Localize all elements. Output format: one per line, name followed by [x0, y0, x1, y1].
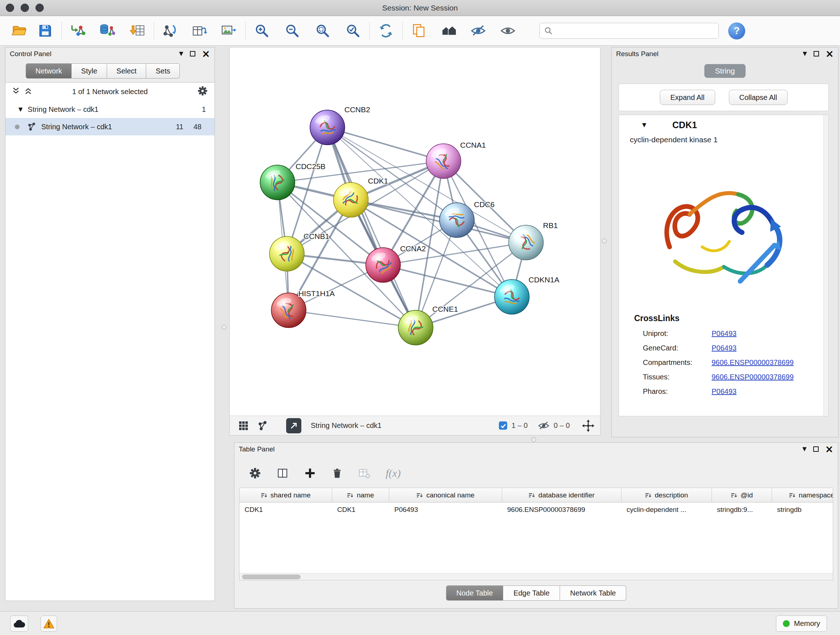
collapse-all-button[interactable]: Collapse All	[729, 90, 788, 105]
zoom-in-button[interactable]	[251, 19, 273, 42]
tab-sets[interactable]: Sets	[146, 63, 180, 79]
copy-button[interactable]	[408, 19, 430, 42]
network-node-label: CCNB1	[303, 232, 329, 241]
crosslink-link[interactable]: P06493	[712, 344, 737, 352]
zoom-fit-button[interactable]	[311, 19, 334, 42]
crosslink-link[interactable]: 9606.ENSP00000378699	[712, 373, 794, 381]
tab-network[interactable]: Network	[26, 63, 72, 79]
expand-all-chevron-icon[interactable]	[24, 87, 32, 96]
splitter-handle[interactable]	[531, 437, 536, 442]
create-column-button[interactable]	[304, 467, 316, 479]
hide-selected-button[interactable]	[467, 19, 489, 42]
splitter-handle[interactable]	[602, 239, 607, 243]
plus-icon	[304, 467, 316, 479]
close-panel-icon[interactable]: ×	[826, 50, 834, 58]
column-header-canonical-name[interactable]: canonical name	[389, 488, 502, 502]
save-session-button[interactable]	[34, 19, 57, 42]
home-button[interactable]	[438, 19, 461, 42]
maximize-panel-icon[interactable]	[813, 447, 819, 452]
clone-network-button[interactable]	[188, 19, 210, 42]
toolbar-separator	[245, 22, 246, 40]
close-panel-icon[interactable]: ×	[825, 445, 834, 453]
table-options-button[interactable]	[249, 467, 261, 479]
network-collection-row[interactable]: ▼ String Network – cdk1 1	[5, 101, 215, 118]
column-header-name[interactable]: name	[332, 488, 389, 502]
zoom-selected-button[interactable]	[342, 19, 364, 42]
zoom-window-button[interactable]	[35, 4, 44, 12]
float-panel-icon[interactable]: ▼	[802, 447, 807, 452]
close-panel-icon[interactable]: ×	[202, 50, 210, 58]
crosslink-link[interactable]: P06493	[712, 387, 737, 396]
network-edge[interactable]	[289, 310, 416, 328]
column-header-description[interactable]: description	[622, 488, 712, 502]
refresh-view-button[interactable]	[375, 19, 397, 42]
string-results-tab[interactable]: String	[704, 64, 745, 78]
column-header-database-identifier[interactable]: database identifier	[502, 488, 622, 502]
open-session-button[interactable]	[8, 19, 30, 42]
table-tabs: Node Table Edge Table Network Table	[234, 585, 838, 600]
float-panel-icon[interactable]: ▼	[803, 51, 807, 57]
gene-section-header[interactable]: ▼ CDK1	[619, 115, 829, 135]
results-panel: Results Panel ▼ × String Expand All Coll…	[611, 47, 838, 437]
float-panel-icon[interactable]: ▼	[179, 51, 183, 57]
search-input[interactable]	[556, 23, 714, 38]
column-header-namespace[interactable]: namespace	[772, 488, 833, 502]
splitter-handle[interactable]	[222, 325, 226, 329]
network-edge[interactable]	[327, 127, 444, 161]
cloud-status-button[interactable]	[10, 616, 28, 632]
minimize-window-button[interactable]	[21, 4, 29, 12]
column-label: database identifier	[538, 491, 594, 499]
tree-options-button[interactable]	[197, 86, 208, 98]
function-builder-button[interactable]: f(x)	[386, 467, 401, 479]
grid-view-button[interactable]	[235, 418, 251, 434]
memory-button[interactable]: Memory	[776, 616, 827, 632]
column-header-id[interactable]: @id	[712, 488, 772, 502]
expand-all-button[interactable]: Expand All	[660, 90, 715, 105]
column-label: namespace	[799, 491, 833, 499]
tab-select[interactable]: Select	[107, 63, 147, 79]
cell-namespace: stringdb	[772, 506, 833, 514]
tab-edge-table[interactable]: Edge Table	[503, 585, 560, 600]
collection-expand-icon[interactable]: ▼	[19, 107, 23, 112]
main-toolbar: ?	[0, 16, 840, 46]
export-image-button[interactable]	[218, 19, 240, 42]
collapse-all-chevron-icon[interactable]	[12, 87, 20, 96]
pan-mode-button[interactable]	[582, 420, 594, 432]
birdseye-view-button[interactable]	[286, 418, 302, 433]
tab-style[interactable]: Style	[72, 63, 107, 79]
network-edge[interactable]	[327, 127, 416, 328]
network-canvas[interactable]: CCNB2CCNA1CDC25BCDK1CDC6RB1CCNB1CCNA2CDK…	[230, 48, 600, 416]
crosslink-link[interactable]: P06493	[712, 329, 737, 338]
home-icon	[441, 23, 457, 39]
column-header-shared-name[interactable]: shared name	[240, 488, 332, 502]
import-table-from-file-button[interactable]	[126, 19, 149, 42]
import-network-from-database-button[interactable]	[96, 19, 118, 42]
warnings-button[interactable]	[41, 616, 57, 632]
crosslink-link[interactable]: 9606.ENSP00000378699	[712, 358, 794, 367]
close-window-button[interactable]	[6, 4, 14, 12]
network-from-selection-icon	[163, 23, 178, 39]
gene-collapse-icon[interactable]: ▼	[642, 122, 646, 128]
new-network-from-selection-button[interactable]	[159, 19, 182, 42]
table-row[interactable]: CDK1 CDK1 P06493 9606.ENSP00000378699 cy…	[240, 502, 833, 517]
show-all-button[interactable]	[497, 19, 519, 42]
maximize-panel-icon[interactable]	[813, 51, 819, 57]
tab-node-table[interactable]: Node Table	[446, 585, 504, 600]
import-network-from-file-button[interactable]	[67, 19, 89, 42]
search-box[interactable]	[539, 23, 719, 39]
delete-column-button[interactable]	[332, 467, 343, 479]
show-columns-button[interactable]	[276, 467, 289, 479]
tab-network-table[interactable]: Network Table	[560, 585, 626, 600]
selected-checkbox[interactable]	[499, 421, 507, 430]
zoom-out-button[interactable]	[281, 19, 303, 42]
maximize-panel-icon[interactable]	[190, 51, 195, 57]
check-icon	[500, 423, 507, 429]
cell-description: cyclin-dependent ...	[622, 506, 712, 514]
help-button[interactable]: ?	[728, 22, 745, 40]
scrollbar-thumb[interactable]	[242, 575, 301, 579]
results-scrollbar[interactable]	[823, 115, 829, 416]
network-list-button[interactable]	[254, 418, 270, 434]
network-node-label: CDK1	[368, 177, 388, 185]
network-row-selected[interactable]: String Network – cdk1 11 48	[5, 118, 215, 135]
horizontal-scrollbar[interactable]	[240, 573, 833, 580]
